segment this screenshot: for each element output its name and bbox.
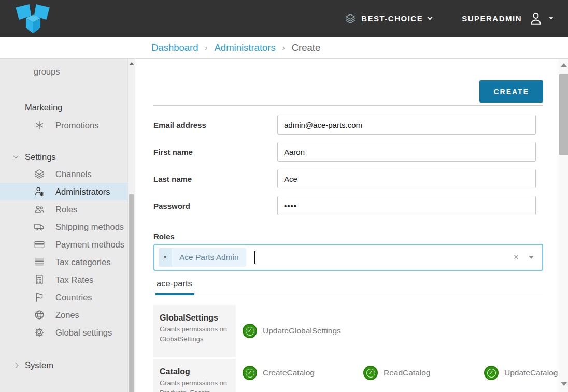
breadcrumb-current: Create <box>292 42 321 53</box>
permission-group-description: Grants permissions on Products, Facets <box>160 379 231 392</box>
permission-group-name: Catalog <box>160 367 231 376</box>
top-bar: BEST-CHOICE SUPERADMIN <box>0 0 568 37</box>
table-row: Catalog Grants permissions on Products, … <box>153 359 555 392</box>
scroll-down-icon[interactable] <box>561 382 567 386</box>
sidebar-item-promotions[interactable]: Promotions <box>0 117 135 134</box>
chip-remove-icon[interactable]: × <box>159 248 172 267</box>
roles-select[interactable]: × Ace Parts Admin × <box>153 244 543 271</box>
credit-card-icon <box>34 239 46 250</box>
permission-group: Catalog Grants permissions on Products, … <box>153 359 236 392</box>
tab-ace-parts[interactable]: ace-parts <box>155 279 194 295</box>
user-label: SUPERADMIN <box>462 14 522 23</box>
list-icon <box>34 256 46 268</box>
clear-selection-icon[interactable]: × <box>514 252 519 263</box>
sidebar-item-customer-groups-clipped[interactable]: groups <box>0 63 135 80</box>
channel-switcher[interactable]: BEST-CHOICE <box>345 13 432 24</box>
globe-icon <box>34 309 46 321</box>
email-address-label: Email address <box>153 121 277 129</box>
first-name-label: First name <box>153 148 277 156</box>
chevron-down-icon <box>13 154 19 159</box>
permission-toggle-readcatalog[interactable]: ✓ ReadCatalog <box>363 366 484 380</box>
breadcrumb-separator: › <box>205 43 208 52</box>
permission-toggle-createcatalog[interactable]: ✓ CreateCatalog <box>243 366 363 380</box>
sidebar-item-global-settings[interactable]: Global settings <box>0 324 135 341</box>
table-row: GlobalSettings Grants permissions on Glo… <box>153 305 555 357</box>
checked-toggle-icon: ✓ <box>243 366 257 380</box>
first-name-input[interactable] <box>277 142 536 162</box>
chevron-right-icon <box>13 363 19 368</box>
sidebar-item-tax-categories[interactable]: Tax categories <box>0 253 135 271</box>
sidebar-section-marketing: Marketing <box>0 102 135 112</box>
asterisk-icon <box>34 120 46 131</box>
breadcrumb-link-administrators[interactable]: Administrators <box>215 42 276 53</box>
checked-toggle-icon: ✓ <box>363 366 378 380</box>
user-gear-icon <box>34 186 46 197</box>
sidebar: groups Marketing Promotions Settings <box>0 59 135 392</box>
sidebar-item-shipping-methods[interactable]: Shipping methods <box>0 218 135 236</box>
chevron-down-icon <box>549 16 553 19</box>
divider <box>153 105 543 106</box>
scroll-up-icon[interactable] <box>129 62 134 65</box>
role-chip: × Ace Parts Admin <box>159 248 246 267</box>
email-address-input[interactable] <box>277 115 536 135</box>
truck-icon <box>34 221 46 233</box>
checked-toggle-icon: ✓ <box>484 366 499 380</box>
breadcrumb-link-dashboard[interactable]: Dashboard <box>151 42 198 53</box>
role-chip-label: Ace Parts Admin <box>172 248 246 267</box>
last-name-label: Last name <box>153 175 277 183</box>
layers-icon <box>345 13 356 24</box>
checked-toggle-icon: ✓ <box>243 324 257 338</box>
password-input[interactable] <box>277 196 536 215</box>
sidebar-item-countries[interactable]: Countries <box>0 288 135 306</box>
breadcrumb: Dashboard › Administrators › Create <box>0 37 568 59</box>
permission-group-description: Grants permissions on GlobalSettings <box>160 325 231 344</box>
person-icon <box>528 11 544 26</box>
main-scrollbar[interactable] <box>559 59 568 392</box>
user-menu[interactable]: SUPERADMIN <box>462 11 552 26</box>
calculator-icon <box>34 274 46 285</box>
permission-toggle-updateglobalsettings[interactable]: ✓ UpdateGlobalSettings <box>243 324 363 338</box>
create-button[interactable]: CREATE <box>479 80 543 103</box>
dropdown-arrow-icon[interactable] <box>529 256 534 259</box>
sidebar-scrollbar[interactable] <box>127 59 135 392</box>
users-icon <box>34 204 46 215</box>
sidebar-item-tax-rates[interactable]: Tax Rates <box>0 271 135 288</box>
roles-label: Roles <box>153 232 543 241</box>
text-cursor <box>254 251 255 264</box>
chevron-down-icon <box>428 15 433 20</box>
sidebar-item-payment-methods[interactable]: Payment methods <box>0 236 135 253</box>
permission-toggle-updatecatalog[interactable]: ✓ UpdateCatalog <box>484 366 568 380</box>
main-content: CREATE Email address First name Last nam… <box>135 59 568 392</box>
sidebar-item-channels[interactable]: Channels <box>0 165 135 183</box>
sidebar-item-administrators[interactable]: Administrators <box>0 183 135 200</box>
gear-icon <box>34 327 46 338</box>
permissions-table: GlobalSettings Grants permissions on Glo… <box>153 305 555 392</box>
sidebar-scrollbar-thumb[interactable] <box>129 194 134 392</box>
sidebar-section-system[interactable]: System <box>0 360 135 370</box>
flag-icon <box>34 292 46 303</box>
channel-label: BEST-CHOICE <box>361 14 423 23</box>
permission-group-name: GlobalSettings <box>160 313 231 323</box>
layers-icon <box>34 168 46 180</box>
breadcrumb-separator: › <box>282 43 285 52</box>
channel-tabs: ace-parts <box>153 279 543 295</box>
permission-group: GlobalSettings Grants permissions on Glo… <box>153 305 236 357</box>
scroll-up-icon[interactable] <box>561 63 567 67</box>
sidebar-section-settings[interactable]: Settings <box>0 152 135 162</box>
vendure-cube-logo[interactable] <box>15 3 52 34</box>
main-scrollbar-thumb[interactable] <box>559 74 568 155</box>
last-name-input[interactable] <box>277 169 536 188</box>
sidebar-item-zones[interactable]: Zones <box>0 306 135 324</box>
password-label: Password <box>153 201 277 210</box>
sidebar-item-roles[interactable]: Roles <box>0 200 135 218</box>
